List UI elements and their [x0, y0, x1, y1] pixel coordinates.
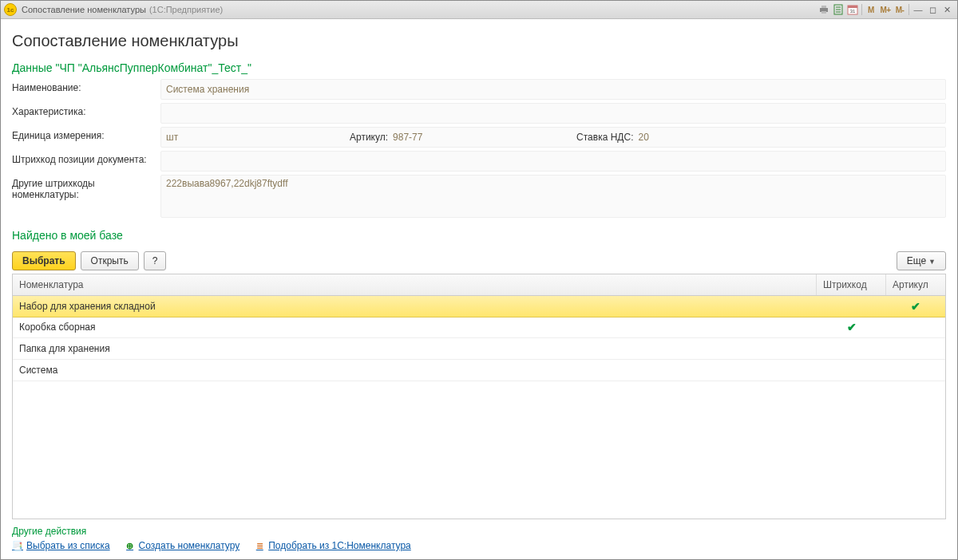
chevron-down-icon: ▼: [928, 258, 936, 266]
vat-label: Ставка НДС:: [576, 132, 633, 143]
create-item-link[interactable]: ⊕Создать номенклатуру: [125, 540, 240, 551]
window-title: Сопоставление номенклатуры: [22, 5, 146, 14]
table-row[interactable]: Набор для хранения складной✔: [13, 296, 945, 317]
cell-article: [886, 323, 945, 331]
app-icon: 1c: [4, 3, 17, 16]
table-row[interactable]: Папка для хранения: [13, 338, 945, 360]
more-button[interactable]: Еще▼: [897, 251, 946, 270]
cell-barcode: ✔: [817, 317, 886, 337]
cell-name: Папка для хранения: [13, 339, 817, 358]
pick-from-1c-link[interactable]: ≣Подобрать из 1С:Номенклатура: [254, 540, 411, 551]
unit-article-vat-row: шт Артикул: 987-77 Ставка НДС: 20: [160, 127, 946, 148]
unit-value: шт: [166, 132, 350, 143]
memory-mplus-button[interactable]: M+: [878, 2, 893, 17]
svg-rect-2: [821, 11, 826, 14]
characteristic-label: Характеристика:: [12, 103, 160, 117]
table-row[interactable]: Коробка сборная✔: [13, 317, 945, 338]
calendar-icon[interactable]: 31: [846, 3, 859, 16]
titlebar: 1c Сопоставление номенклатуры (1С:Предпр…: [1, 1, 957, 19]
cell-barcode: [817, 345, 886, 353]
svg-rect-1: [821, 6, 826, 8]
cell-article: [886, 345, 945, 353]
window-subtitle: (1С:Предприятие): [149, 5, 223, 14]
plus-icon: ⊕: [125, 540, 136, 551]
doc-barcode-value: [160, 151, 946, 172]
cell-barcode: [817, 302, 886, 310]
svg-rect-8: [848, 6, 857, 8]
svg-text:31: 31: [850, 9, 856, 14]
memory-mminus-button[interactable]: M-: [893, 2, 907, 17]
article-value: 987-77: [393, 132, 576, 143]
print-icon[interactable]: [817, 3, 830, 16]
help-button[interactable]: ?: [144, 251, 167, 270]
cell-name: Система: [13, 361, 817, 380]
list-arrow-icon: 📑: [12, 540, 23, 551]
select-button[interactable]: Выбрать: [12, 251, 76, 270]
minimize-button[interactable]: —: [911, 2, 925, 17]
other-barcodes-label: Другие штрихкоды номенклатуры:: [12, 175, 160, 200]
col-article[interactable]: Артикул: [886, 274, 945, 295]
doc-barcode-label: Штрихкод позиции документа:: [12, 151, 160, 165]
cell-article: [886, 366, 945, 374]
list-icon: ≣: [254, 540, 265, 551]
other-barcodes-value: 222выава8967,22dkj87ftydff: [160, 175, 946, 218]
maximize-button[interactable]: ◻: [925, 2, 940, 17]
source-section-title: Данные "ЧП "АльянсПупперКомбинат"_Тест_": [12, 61, 946, 74]
col-name[interactable]: Номенклатура: [13, 274, 817, 295]
pick-from-list-link[interactable]: 📑Выбрать из списка: [12, 540, 110, 551]
vat-value: 20: [638, 132, 648, 143]
article-label: Артикул:: [350, 132, 388, 143]
close-button[interactable]: ✕: [940, 2, 954, 17]
unit-label: Единица измерения:: [12, 127, 160, 141]
name-value: Система хранения: [160, 79, 946, 100]
check-icon: ✔: [911, 300, 920, 313]
cell-article: ✔: [886, 296, 945, 317]
check-icon: ✔: [847, 321, 857, 333]
table-row[interactable]: Система: [13, 360, 945, 381]
found-section-title: Найдено в моей базе: [12, 229, 946, 242]
characteristic-value: [160, 103, 946, 124]
name-label: Наименование:: [12, 79, 160, 93]
calc-icon[interactable]: [832, 3, 845, 16]
cell-barcode: [817, 366, 886, 374]
cell-name: Набор для хранения складной: [13, 297, 817, 316]
cell-name: Коробка сборная: [13, 317, 817, 337]
col-barcode[interactable]: Штрихкод: [817, 274, 886, 295]
results-table: Номенклатура Штрихкод Артикул Набор для …: [12, 274, 946, 519]
footer-title: Другие действия: [12, 526, 946, 537]
page-title: Сопоставление номенклатуры: [12, 32, 946, 50]
open-button[interactable]: Открыть: [81, 251, 139, 270]
memory-m-button[interactable]: M: [864, 2, 878, 17]
